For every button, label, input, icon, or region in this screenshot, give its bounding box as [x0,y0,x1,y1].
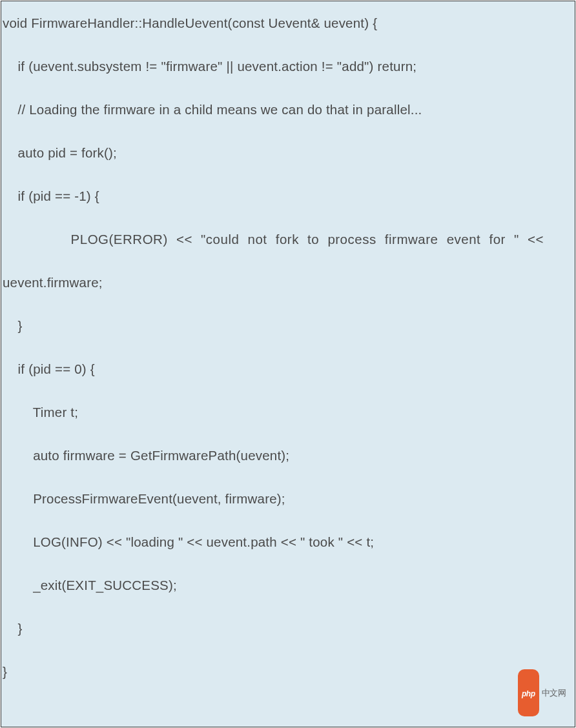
code-container: void FirmwareHandler::HandleUevent(const… [1,1,575,727]
code-line: auto pid = fork(); [3,131,575,174]
code-line: LOG(INFO) << "loading " << uevent.path <… [3,520,575,563]
watermark-pill-text: php [522,689,535,698]
code-line: auto firmware = GetFirmwarePath(uevent); [3,434,575,477]
code-line: // Loading the firmware in a child means… [3,88,575,131]
watermark-text: 中文网 [542,671,566,714]
code-line: if (uevent.subsystem != "firmware" || ue… [3,45,575,88]
code-line: if (pid == 0) { [3,347,575,390]
code-line: void FirmwareHandler::HandleUevent(const… [3,1,575,45]
code-line: ProcessFirmwareEvent(uevent, firmware); [3,477,575,520]
code-line: } [3,650,575,693]
code-line: PLOG(ERROR) << "could not fork to proces… [3,217,575,261]
code-line: } [3,304,575,347]
watermark: php 中文网 [518,669,566,716]
watermark-pill: php [518,669,539,716]
code-line: } [3,607,575,650]
code-line: _exit(EXIT_SUCCESS); [3,563,575,607]
code-line: Timer t; [3,390,575,434]
code-line: uevent.firmware; [3,261,575,304]
code-line: if (pid == -1) { [3,174,575,217]
